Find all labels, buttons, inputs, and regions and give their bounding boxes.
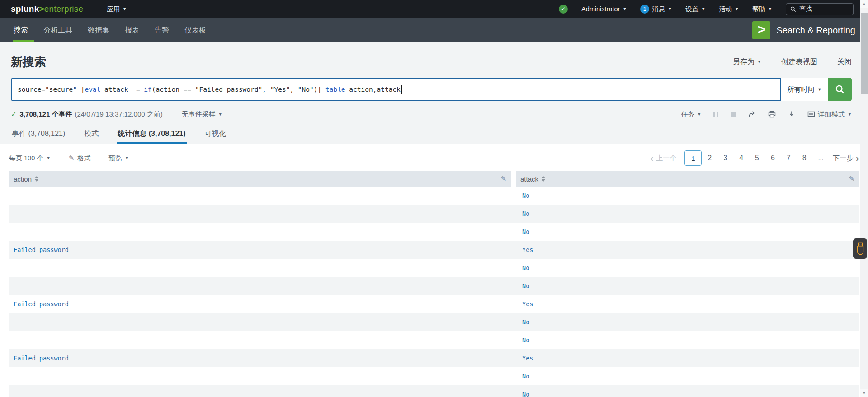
top-bar: splunk>enterprise 应用 ▼ ✓ Administrator ▼… [0, 0, 868, 18]
page-number[interactable]: 2 [708, 154, 712, 162]
usb-drive-icon [855, 241, 866, 257]
page-number[interactable]: 5 [755, 154, 759, 162]
edit-column-icon[interactable]: ✎ [500, 175, 506, 183]
appbar-item-alerts[interactable]: 告警 [147, 18, 177, 42]
page-number[interactable]: 7 [787, 154, 791, 162]
preview-menu[interactable]: 预览 ▼ [108, 154, 129, 163]
event-sampling-label: 无事件采样 [182, 110, 216, 119]
cell-attack[interactable]: No [516, 228, 859, 235]
cell-attack[interactable]: No [516, 373, 859, 380]
find-placeholder: 查找 [799, 5, 812, 13]
chevron-down-icon: ▼ [697, 112, 701, 117]
table-body: NoNoNoFailed passwordYesNoNoFailed passw… [9, 187, 859, 397]
column-header-attack-label: attack [520, 175, 538, 183]
query-segment: if [144, 86, 151, 93]
chevron-down-icon: ▼ [818, 88, 822, 92]
table-row: No [9, 277, 859, 295]
table-row: No [9, 331, 859, 349]
query-segment: eval [85, 86, 100, 93]
app-logo-icon[interactable]: > [752, 21, 770, 39]
format-menu[interactable]: ✎ 格式 [69, 154, 91, 163]
create-table-view-label: 创建表视图 [781, 57, 817, 67]
global-find-input[interactable]: 查找 [786, 3, 854, 15]
event-sampling-menu[interactable]: 无事件采样 ▼ [182, 110, 222, 119]
appbar-item-search[interactable]: 搜索 [11, 18, 36, 42]
scroll-down-arrow-icon[interactable]: ▼ [860, 389, 868, 397]
search-icon [790, 6, 796, 12]
app-bar: 搜索分析工具数据集报表告警仪表板 > Search & Reporting [0, 18, 868, 42]
settings-menu[interactable]: 设置 ▼ [685, 5, 705, 14]
cell-action[interactable]: Failed password [9, 355, 516, 362]
cell-attack[interactable]: Yes [516, 300, 859, 308]
cell-attack[interactable]: Yes [516, 355, 859, 362]
per-page-menu[interactable]: 每页 100 个 ▼ [9, 154, 51, 163]
settings-label: 设置 [685, 5, 698, 14]
share-button[interactable] [748, 111, 756, 118]
table-row: Failed passwordYes [9, 241, 859, 259]
cell-attack[interactable]: No [516, 192, 859, 199]
scrollbar-thumb[interactable] [861, 13, 868, 94]
prev-page-button[interactable]: ‹ 上一个 [651, 154, 677, 163]
page-current[interactable]: 1 [684, 150, 702, 166]
tab-events[interactable]: 事件 (3,708,121) [11, 126, 66, 144]
cell-attack[interactable]: No [516, 210, 859, 217]
help-menu[interactable]: 帮助 ▼ [752, 5, 772, 14]
scroll-up-arrow-icon[interactable]: ▲ [860, 0, 868, 8]
cell-action[interactable]: Failed password [9, 246, 516, 253]
stop-button[interactable] [731, 112, 736, 117]
print-button[interactable] [768, 111, 776, 118]
column-header-attack[interactable]: attack ✎ [516, 171, 859, 187]
query-segment: (action == "Failed password", "Yes", "No… [152, 86, 326, 93]
cell-attack[interactable]: Yes [516, 246, 859, 253]
cell-attack[interactable]: No [516, 282, 859, 290]
next-page-button[interactable]: 下一步 › [833, 154, 859, 163]
vertical-scrollbar[interactable]: ▲ ▼ [860, 0, 868, 397]
save-as-button[interactable]: 另存为 ▼ [733, 57, 761, 67]
job-menu-label: 任务 [681, 110, 694, 119]
appbar-item-datasets[interactable]: 数据集 [80, 18, 117, 42]
appbar-item-dashboards[interactable]: 仪表板 [177, 18, 214, 42]
search-button[interactable] [828, 78, 852, 101]
splunk-logo[interactable]: splunk>enterprise [11, 4, 83, 14]
tab-patterns[interactable]: 模式 [83, 126, 99, 144]
cell-action[interactable]: Failed password [9, 300, 516, 308]
health-check-icon[interactable]: ✓ [559, 5, 568, 14]
browser-extension-widget[interactable] [853, 238, 867, 259]
chevron-down-icon: ▼ [848, 112, 852, 117]
page-number[interactable]: 8 [802, 154, 807, 162]
pause-button[interactable] [713, 112, 718, 117]
create-table-view-button[interactable]: 创建表视图 [781, 57, 817, 67]
chevron-left-icon: ‹ [651, 154, 654, 163]
sort-icon[interactable] [542, 176, 545, 182]
logo-splunk-text: splunk [11, 4, 39, 14]
activity-menu[interactable]: 活动 ▼ [719, 5, 739, 14]
search-input[interactable]: source="secure" |eval attack = if(action… [11, 78, 781, 101]
export-button[interactable] [788, 111, 795, 118]
edit-column-icon[interactable]: ✎ [849, 175, 854, 183]
query-segment: attack = [100, 86, 144, 93]
page-number[interactable]: 3 [723, 154, 727, 162]
tab-visualization[interactable]: 可视化 [204, 126, 227, 144]
page-number[interactable]: 6 [771, 154, 775, 162]
cell-attack[interactable]: No [516, 336, 859, 344]
apps-menu[interactable]: 应用 ▼ [107, 5, 127, 14]
messages-menu[interactable]: 1 消息 ▼ [640, 5, 672, 14]
appbar-item-analytics[interactable]: 分析工具 [36, 18, 80, 42]
page-number[interactable]: 4 [739, 154, 743, 162]
table-row: Failed passwordYes [9, 349, 859, 367]
close-button[interactable]: 关闭 [837, 57, 852, 67]
user-menu[interactable]: Administrator ▼ [581, 5, 627, 13]
sort-icon[interactable] [35, 176, 38, 182]
column-header-action[interactable]: action ✎ [9, 171, 511, 187]
time-range-picker[interactable]: 所有时间 ▼ [781, 78, 828, 101]
cell-attack[interactable]: No [516, 391, 859, 397]
search-mode-menu[interactable]: 详细模式 ▼ [807, 110, 852, 119]
job-menu[interactable]: 任务 ▼ [681, 110, 701, 119]
messages-badge: 1 [640, 5, 649, 14]
tab-statistics[interactable]: 统计信息 (3,708,121) [117, 126, 186, 144]
cell-attack[interactable]: No [516, 264, 859, 271]
chevron-down-icon: ▼ [735, 7, 739, 11]
appbar-item-reports[interactable]: 报表 [117, 18, 147, 42]
cell-attack[interactable]: No [516, 318, 859, 326]
chevron-down-icon: ▼ [218, 112, 222, 117]
